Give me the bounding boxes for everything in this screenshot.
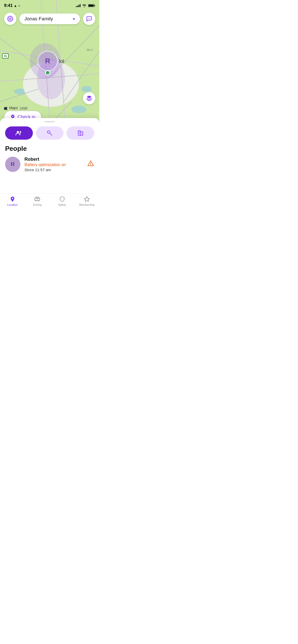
- svg-point-22: [90, 18, 90, 19]
- tab-people[interactable]: [5, 126, 33, 140]
- status-time: 9:41 ▲ ●: [4, 3, 20, 8]
- family-name: Jonas Family: [24, 16, 53, 22]
- maps-attribution: Maps Legal: [4, 106, 28, 110]
- svg-rect-34: [35, 198, 40, 201]
- svg-rect-29: [79, 133, 79, 133]
- svg-rect-2: [94, 5, 95, 6]
- nav-membership[interactable]: Membership: [75, 196, 100, 206]
- status-icons: [76, 4, 95, 7]
- wifi-icon: [82, 4, 87, 7]
- map-location-label: lol: [59, 58, 64, 64]
- svg-rect-30: [81, 133, 82, 133]
- driving-nav-icon: [34, 196, 40, 202]
- building-icon: [77, 130, 84, 136]
- location-arrow-icon: ▲: [14, 4, 17, 8]
- section-title: People: [5, 145, 94, 153]
- svg-point-24: [20, 131, 21, 133]
- dot-icon: ●: [18, 4, 20, 8]
- chat-icon: [86, 16, 92, 22]
- nav-membership-label: Membership: [79, 203, 95, 206]
- people-icon: [15, 130, 22, 136]
- tab-pills: [5, 126, 94, 140]
- person-info: Robert Battery optimization on Since 11:…: [24, 157, 83, 172]
- svg-point-35: [35, 200, 36, 201]
- person-row: R Robert Battery optimization on Since 1…: [5, 157, 94, 172]
- svg-point-25: [47, 131, 50, 133]
- membership-nav-icon: [84, 196, 90, 202]
- svg-rect-27: [80, 132, 83, 135]
- settings-button[interactable]: [4, 13, 16, 25]
- battery-icon: [88, 4, 95, 7]
- svg-point-33: [12, 198, 13, 199]
- maps-logo: Maps: [4, 106, 18, 110]
- tab-places[interactable]: [66, 126, 94, 140]
- map-area: SH-1 41 Jonas Family ▾: [0, 0, 99, 137]
- chat-button[interactable]: [83, 13, 95, 25]
- map-avatar: R: [37, 51, 58, 71]
- nav-location[interactable]: Location: [0, 196, 25, 206]
- map-user-marker: R lol: [37, 51, 58, 75]
- legal-link[interactable]: Legal: [20, 106, 27, 110]
- svg-point-32: [90, 165, 91, 165]
- nav-safety-label: Safety: [58, 203, 66, 206]
- person-status: Battery optimization on: [24, 163, 83, 167]
- person-avatar-letter: R: [11, 161, 15, 168]
- tab-keys[interactable]: [36, 126, 64, 140]
- time-display: 9:41: [4, 3, 13, 8]
- person-name: Robert: [24, 157, 83, 162]
- nav-location-label: Location: [7, 203, 18, 206]
- location-nav-icon: [9, 196, 16, 202]
- route-number: 41: [4, 54, 7, 57]
- header-row: Jonas Family ▾: [0, 13, 99, 25]
- person-time: Since 11:57 am: [24, 168, 83, 172]
- nav-driving-label: Driving: [33, 203, 42, 206]
- svg-point-5: [71, 106, 87, 113]
- svg-point-36: [38, 200, 39, 201]
- bottom-nav: Location Driving Safety Membership: [0, 193, 99, 215]
- chevron-down-icon: ▾: [73, 17, 75, 21]
- route-badge: 41: [2, 53, 9, 58]
- svg-rect-28: [79, 132, 79, 132]
- nav-safety[interactable]: Safety: [50, 196, 75, 206]
- svg-point-20: [88, 18, 89, 19]
- family-selector[interactable]: Jonas Family ▾: [19, 13, 80, 24]
- svg-rect-31: [81, 134, 82, 134]
- status-bar: 9:41 ▲ ●: [0, 0, 99, 11]
- svg-point-6: [82, 86, 92, 92]
- key-icon: [47, 130, 53, 136]
- person-avatar: R: [5, 157, 20, 172]
- safety-nav-icon: [59, 196, 65, 202]
- layers-icon: [86, 95, 92, 101]
- avatar-letter: R: [45, 57, 50, 65]
- svg-rect-1: [89, 5, 94, 7]
- svg-point-21: [89, 18, 89, 19]
- gear-icon: [7, 16, 13, 22]
- sheet-handle: [45, 121, 55, 122]
- signal-icon: [76, 4, 80, 7]
- map-pin-dot: [45, 70, 50, 75]
- apple-logo-icon: [4, 106, 8, 110]
- map-layer-button[interactable]: [83, 92, 95, 104]
- nav-driving[interactable]: Driving: [25, 196, 50, 206]
- warning-icon: [87, 160, 94, 169]
- svg-text:SH-1: SH-1: [87, 48, 93, 51]
